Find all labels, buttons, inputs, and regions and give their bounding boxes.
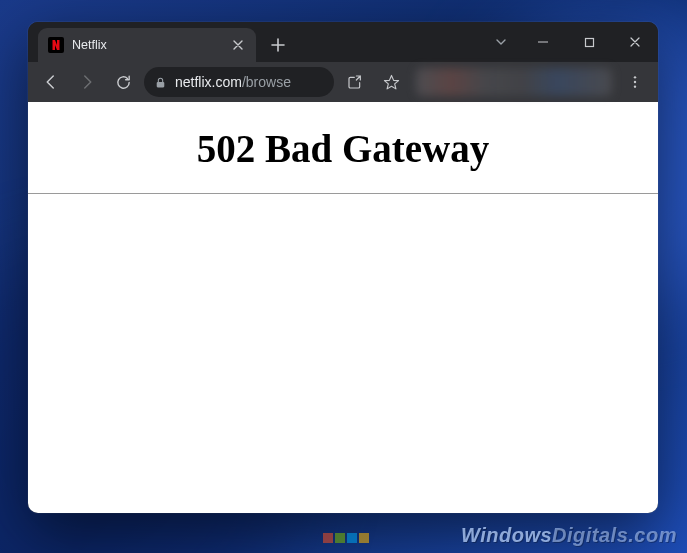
address-bar[interactable]: netflix.com/browse [144,67,334,97]
netflix-favicon [48,37,64,53]
active-tab[interactable]: Netflix [38,28,256,62]
divider [28,193,658,194]
chrome-menu-button[interactable] [620,67,650,97]
watermark-text: WindowsDigitals.com [461,524,677,547]
share-button[interactable] [340,67,370,97]
watermark-part2: Digitals [552,524,628,546]
url-host: netflix.com [175,74,242,90]
svg-rect-1 [157,81,165,86]
browser-window: Netflix [28,22,658,513]
watermark-suffix: .com [628,524,677,546]
window-controls [482,22,658,62]
svg-point-2 [634,76,636,78]
toolbar-extensions-area [412,62,650,102]
titlebar: Netflix [28,22,658,62]
page-content: 502 Bad Gateway [28,102,658,513]
watermark-logo-icon [323,533,369,543]
new-tab-button[interactable] [264,31,292,59]
svg-point-4 [634,85,636,87]
close-tab-button[interactable] [230,37,246,53]
tab-title: Netflix [72,38,222,52]
blurred-extensions [416,68,612,96]
error-heading: 502 Bad Gateway [28,102,658,193]
watermark-part1: Windows [461,524,552,546]
url-path: /browse [242,74,291,90]
close-window-button[interactable] [612,22,658,62]
reload-button[interactable] [108,67,138,97]
forward-button[interactable] [72,67,102,97]
tab-search-button[interactable] [482,22,520,62]
svg-rect-0 [585,38,593,46]
maximize-button[interactable] [566,22,612,62]
svg-point-3 [634,81,636,83]
toolbar: netflix.com/browse [28,62,658,102]
back-button[interactable] [36,67,66,97]
bookmark-button[interactable] [376,67,406,97]
lock-icon [154,76,167,89]
url-text: netflix.com/browse [175,74,324,90]
minimize-button[interactable] [520,22,566,62]
